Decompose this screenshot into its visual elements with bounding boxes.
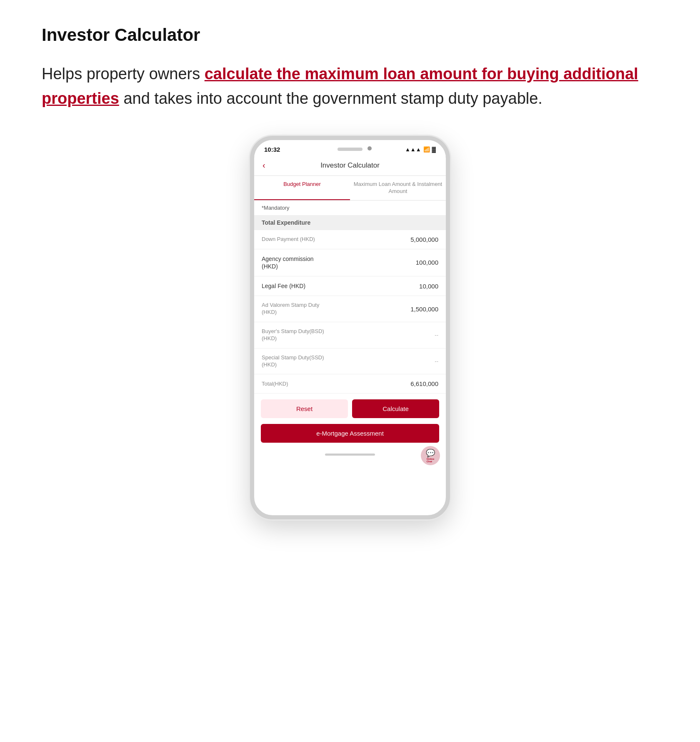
section-header: Total Expenditure xyxy=(254,215,446,230)
signal-icon: ▲▲▲ xyxy=(405,146,421,153)
field-value-bsd: -- xyxy=(435,332,438,338)
reset-button[interactable]: Reset xyxy=(261,399,348,418)
chat-label: OnlineChat xyxy=(427,458,435,463)
description-end: and takes into account the government st… xyxy=(119,90,542,107)
battery-icon: ▓ xyxy=(432,146,436,153)
field-value-agency: 100,000 xyxy=(416,259,438,266)
field-label-bsd: Buyer's Stamp Duty(BSD)(HKD) xyxy=(262,328,328,342)
phone-mockup: 10:32 ▲▲▲ 📶 ▓ ‹ Investor Calculator Budg… xyxy=(42,136,658,519)
field-row-bsd: Buyer's Stamp Duty(BSD)(HKD) -- xyxy=(254,322,446,348)
app-header-title: Investor Calculator xyxy=(320,161,380,170)
online-chat-button[interactable]: 💬 OnlineChat xyxy=(421,446,440,465)
field-value-legal-fee: 10,000 xyxy=(419,283,438,290)
mortgage-assessment-button[interactable]: e-Mortgage Assessment xyxy=(261,424,439,443)
calculate-button[interactable]: Calculate xyxy=(352,399,439,418)
field-row-agency: Agency commission (HKD) 100,000 xyxy=(254,249,446,276)
field-label-avsd: Ad Valorem Stamp Duty (HKD) xyxy=(262,302,328,316)
mandatory-label: *Mandatory xyxy=(254,201,446,215)
tab-maximum-loan[interactable]: Maximum Loan Amount & Instalment Amount xyxy=(350,176,446,200)
home-indicator xyxy=(325,454,375,456)
field-value-total: 6,610,000 xyxy=(410,380,438,387)
app-content: *Mandatory Total Expenditure Down Paymen… xyxy=(254,201,446,394)
phone-status-icons: ▲▲▲ 📶 ▓ xyxy=(405,146,436,153)
field-label-legal-fee: Legal Fee (HKD) xyxy=(262,282,305,290)
field-value-avsd: 1,500,000 xyxy=(410,306,438,313)
field-row-total: Total(HKD) 6,610,000 xyxy=(254,374,446,394)
field-label-ssd: Special Stamp Duty(SSD)(HKD) xyxy=(262,354,328,368)
field-label-total: Total(HKD) xyxy=(262,381,288,388)
field-row-ssd: Special Stamp Duty(SSD)(HKD) -- xyxy=(254,348,446,375)
description-start: Helps property owners xyxy=(42,65,205,83)
field-label-down-payment: Down Payment (HKD) xyxy=(262,236,315,243)
wifi-icon: 📶 xyxy=(423,146,430,153)
phone-bottom-bar xyxy=(254,449,446,457)
field-row-avsd: Ad Valorem Stamp Duty (HKD) 1,500,000 xyxy=(254,296,446,322)
phone-camera xyxy=(368,146,372,150)
description-text: Helps property owners calculate the maxi… xyxy=(42,62,658,111)
action-buttons: Reset Calculate xyxy=(254,394,446,422)
field-value-down-payment: 5,000,000 xyxy=(410,236,438,243)
phone-frame: 10:32 ▲▲▲ 📶 ▓ ‹ Investor Calculator Budg… xyxy=(250,136,450,519)
field-value-ssd: -- xyxy=(435,358,438,364)
app-tabs: Budget Planner Maximum Loan Amount & Ins… xyxy=(254,176,446,201)
page-title: Investor Calculator xyxy=(42,25,658,45)
field-row-down-payment: Down Payment (HKD) 5,000,000 xyxy=(254,230,446,249)
field-row-legal-fee: Legal Fee (HKD) 10,000 xyxy=(254,276,446,296)
chat-icon: 💬 xyxy=(426,449,435,458)
tab-budget-planner[interactable]: Budget Planner xyxy=(254,176,350,200)
app-header: ‹ Investor Calculator xyxy=(254,156,446,176)
field-label-agency: Agency commission (HKD) xyxy=(262,255,328,270)
phone-speaker xyxy=(338,148,362,151)
back-button[interactable]: ‹ xyxy=(262,160,265,170)
phone-time: 10:32 xyxy=(264,146,280,153)
